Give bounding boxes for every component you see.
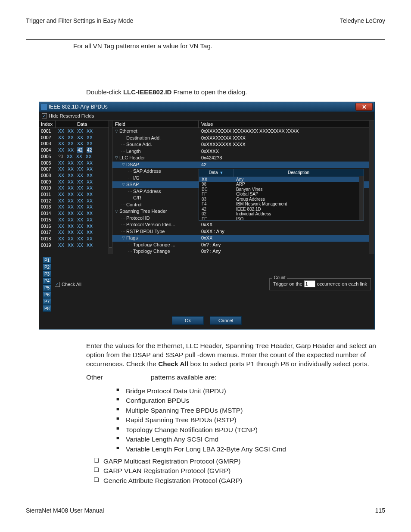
- dropdown-row[interactable]: 42IEEE 802.1D: [199, 207, 364, 212]
- sub-bullets: Bridge Protocol Data Unit (BPDU)Configur…: [116, 386, 383, 454]
- expand-toggle-icon[interactable]: ▽: [121, 181, 125, 188]
- trigger-count-input[interactable]: [304, 280, 315, 287]
- header-left: Trigger and Filter Settings in Easy Mode: [26, 17, 133, 24]
- tree-row[interactable]: ⋯Source Add.0xXXXXXXXX XXXX: [112, 141, 369, 148]
- para1-b: box to select ports P1 through P8 or ind…: [188, 360, 369, 367]
- bytes-row[interactable]: 0016XXXXXXXX: [39, 223, 109, 230]
- doubleclick-instruction: Double-click LLC-IEEE802.ID Frame to ope…: [86, 88, 385, 96]
- tree-scrollbar[interactable]: [369, 121, 374, 254]
- hide-reserved-row[interactable]: ✓ Hide Reserved Fields: [39, 112, 374, 121]
- tree-row[interactable]: ⋯Destination Add.0xXXXXXXXX XXXX: [112, 135, 369, 142]
- dd-head-data[interactable]: Data: [209, 170, 218, 175]
- bytes-row[interactable]: 0003XXXXXXXX: [39, 140, 109, 147]
- dropdown-scrollbar[interactable]: [359, 176, 364, 220]
- port-button[interactable]: P1: [43, 257, 51, 264]
- bytes-row[interactable]: 0001XXXXXXXX: [39, 128, 109, 134]
- dialog-title: IEEE 802.1D-Any BPDUs: [49, 104, 108, 110]
- check-all-checkbox[interactable]: ✓: [55, 282, 60, 287]
- tree-head-value: Value: [199, 121, 369, 128]
- close-icon: ✕: [362, 104, 367, 110]
- bytes-row[interactable]: 0006XXXXXXXX: [39, 160, 109, 166]
- body-text: Enter the values for the Ethernet, LLC H…: [86, 342, 383, 485]
- dropdown-row[interactable]: 98ARP: [199, 182, 364, 187]
- tree-row[interactable]: ⋯Topology Change ...0x? : Any: [112, 242, 369, 249]
- dialog-buttons: Ok Cancel: [43, 316, 371, 325]
- dropdown-row[interactable]: FFGlobal SAP: [199, 192, 364, 197]
- tree-row[interactable]: ⋯Topology Change0x? : Any: [112, 248, 369, 254]
- bytes-row[interactable]: 0015XXXXXXXX: [39, 217, 109, 223]
- port-button[interactable]: P3: [43, 271, 51, 277]
- port-button[interactable]: P4: [43, 277, 51, 284]
- expand-toggle-icon[interactable]: ▽: [121, 235, 125, 242]
- bytes-head-data: Data: [56, 121, 109, 128]
- tree-row[interactable]: ▽DSAP42: [112, 162, 369, 168]
- port-button[interactable]: P5: [43, 284, 51, 291]
- port-button[interactable]: P7: [43, 298, 51, 305]
- bytes-row[interactable]: 0009XXXXXXXX: [39, 179, 109, 185]
- bytes-head-index: Index: [39, 121, 56, 128]
- tree-row[interactable]: ▽Ethernet0xXXXXXXXX XXXXXXXX XXXXXXXX XX…: [112, 128, 369, 135]
- dropdown-row[interactable]: F4IBM Network Management: [199, 202, 364, 207]
- ieee-dialog: IEEE 802.1D-Any BPDUs ✕ ✓ Hide Reserved …: [39, 102, 375, 330]
- dbl-post: Frame to open the dialog.: [171, 88, 247, 96]
- list-item: Generic Attribute Registration Protocol …: [94, 476, 383, 485]
- count-label: Count: [272, 275, 287, 280]
- tree-body: ▽Ethernet0xXXXXXXXX XXXXXXXX XXXXXXXX XX…: [112, 128, 369, 254]
- bytes-row[interactable]: 0019XXXXXXXX: [39, 242, 109, 249]
- dialog-footer: P1P2P3P4P5P6P7P8 ✓ Check All Count Trigg…: [39, 254, 374, 329]
- para2-b: patterns available are:: [151, 373, 217, 381]
- dbl-bold: LLC-IEEE802.ID: [123, 88, 172, 96]
- bytes-row[interactable]: 0004XXXX4242: [39, 147, 109, 153]
- expand-toggle-icon[interactable]: ▽: [114, 208, 118, 215]
- dd-head-desc[interactable]: Description: [234, 169, 364, 177]
- port-button[interactable]: P6: [43, 291, 51, 298]
- list-item: Variable Length For Long LBA 32-Byte Any…: [116, 445, 383, 454]
- expand-toggle-icon[interactable]: ▽: [114, 128, 118, 135]
- bytes-lines[interactable]: 0001XXXXXXXX0002XXXXXXXX0003XXXXXXXX0004…: [39, 128, 109, 248]
- bytes-row[interactable]: 0002XXXXXXXX: [39, 134, 109, 141]
- bytes-scrollbar[interactable]: [109, 121, 112, 254]
- bytes-row[interactable]: 0012XXXXXXXX: [39, 198, 109, 204]
- bytes-row[interactable]: 0013XXXXXXXX: [39, 204, 109, 210]
- port-button[interactable]: P8: [43, 305, 51, 312]
- cancel-button[interactable]: Cancel: [210, 316, 242, 325]
- tree-row[interactable]: ⋯Protocol Version Iden...0xXX: [112, 221, 369, 228]
- list-item: GARP Multicast Registration Protocol (GM…: [94, 457, 383, 466]
- dialog-main: Index Data 0001XXXXXXXX0002XXXXXXXX0003X…: [39, 121, 374, 254]
- hide-reserved-checkbox[interactable]: ✓: [42, 113, 47, 118]
- dsap-dropdown[interactable]: Data▼ Description XXAny98ARPBCBanyan Vin…: [199, 169, 364, 221]
- bytes-row[interactable]: 0014XXXXXXXX: [39, 210, 109, 217]
- dropdown-row[interactable]: 02Individual Address: [199, 212, 364, 217]
- dialog-title-icon: [41, 104, 47, 110]
- dropdown-row[interactable]: 03Group Address: [199, 197, 364, 202]
- expand-toggle-icon[interactable]: ▽: [121, 162, 125, 168]
- expand-toggle-icon[interactable]: ▽: [114, 155, 118, 162]
- dropdown-row[interactable]: FEISO: [199, 217, 364, 220]
- bytes-row[interactable]: 0005?3XXXXXX: [39, 153, 109, 160]
- dbl-pre: Double-click: [86, 88, 123, 96]
- tree-row[interactable]: ⋯RSTP BPDU Type0xXX : Any: [112, 228, 369, 235]
- dropdown-row[interactable]: BCBanyan Vines: [199, 187, 364, 192]
- bytes-row[interactable]: 0017XXXXXXXX: [39, 229, 109, 236]
- para1: Enter the values for the Ethernet, LLC H…: [86, 342, 383, 369]
- sort-down-icon[interactable]: ▼: [220, 171, 224, 175]
- bytes-row[interactable]: 0007XXXXXXXX: [39, 166, 109, 172]
- check-all-wrap[interactable]: ✓ Check All: [55, 282, 81, 287]
- tree-row[interactable]: ▽Flags0xXX: [112, 235, 369, 242]
- list-item: GARP VLAN Registration Protocol (GVRP): [94, 466, 383, 476]
- list-item: Configuration BPDUs: [116, 396, 383, 405]
- field-tree-pane: Field Value ▽Ethernet0xXXXXXXXX XXXXXXXX…: [112, 121, 369, 254]
- trigger-post: occurrence on each link: [317, 281, 367, 286]
- tree-row[interactable]: ⋯Length0xXXXX: [112, 148, 369, 155]
- tree-row[interactable]: ▽LLC Header0x4242?3: [112, 155, 369, 162]
- bytes-row[interactable]: 0018XXXXXXXX: [39, 236, 109, 242]
- close-button[interactable]: ✕: [355, 103, 373, 111]
- dropdown-row[interactable]: XXAny: [199, 177, 364, 182]
- bytes-row[interactable]: 0010XXXXXXXX: [39, 185, 109, 191]
- para2-a: Other: [86, 373, 151, 382]
- bytes-row[interactable]: 0011XXXXXXXX: [39, 191, 109, 198]
- bytes-pane: Index Data 0001XXXXXXXX0002XXXXXXXX0003X…: [39, 121, 109, 254]
- bytes-row[interactable]: 0008XXXXXXXX: [39, 172, 109, 179]
- ok-button[interactable]: Ok: [172, 316, 204, 325]
- port-button[interactable]: P2: [43, 264, 51, 271]
